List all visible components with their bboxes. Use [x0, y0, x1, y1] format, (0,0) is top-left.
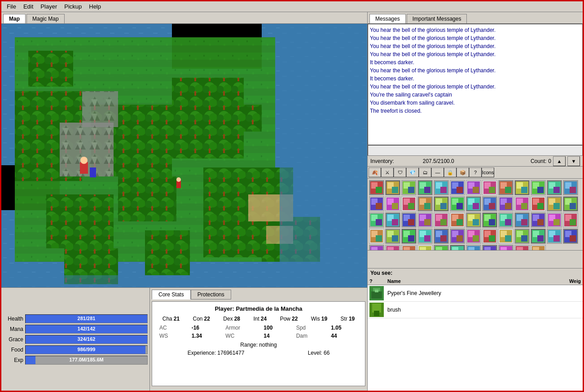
inventory-item[interactable] — [385, 212, 400, 228]
inventory-item[interactable] — [450, 196, 465, 211]
inventory-item[interactable] — [417, 245, 433, 251]
inventory-item[interactable] — [563, 180, 578, 195]
inv-scroll-up[interactable]: ▲ — [553, 156, 566, 166]
inventory-item[interactable] — [498, 245, 514, 251]
inventory-item[interactable] — [466, 245, 481, 251]
exp-value: 177.0M/185.6M — [26, 357, 147, 362]
inv-icons-button[interactable]: Icons — [482, 167, 494, 177]
message-line: You disembark from sailing caravel. — [370, 99, 580, 107]
inventory-item[interactable] — [417, 196, 433, 211]
inv-filter-gem[interactable]: 💎 — [406, 167, 419, 177]
inventory-item[interactable] — [401, 212, 417, 228]
tab-important-messages[interactable]: Important Messages — [407, 14, 467, 23]
inventory-item[interactable] — [498, 212, 514, 228]
game-map[interactable] — [1, 24, 367, 287]
inventory-item[interactable] — [450, 229, 465, 244]
tab-messages[interactable]: Messages — [369, 14, 406, 23]
inv-filter-weapon[interactable]: ⚔ — [381, 167, 394, 177]
inventory-item[interactable] — [369, 229, 384, 244]
inventory-item[interactable] — [466, 196, 481, 211]
inventory-item[interactable] — [466, 229, 481, 244]
inv-filter-box[interactable]: 📦 — [457, 167, 469, 177]
message-input[interactable] — [368, 145, 583, 156]
you-see-table[interactable]: Pyper's Fine Jewellerybrush — [368, 285, 583, 391]
inventory-item[interactable] — [531, 180, 546, 195]
inventory-item[interactable] — [434, 212, 449, 228]
inventory-item[interactable] — [401, 196, 417, 211]
inventory-item[interactable] — [498, 229, 514, 244]
inventory-item[interactable] — [401, 229, 417, 244]
tab-protections[interactable]: Protections — [191, 290, 231, 300]
inventory-item[interactable] — [498, 196, 514, 211]
inventory-item[interactable] — [482, 180, 497, 195]
inventory-item[interactable] — [450, 245, 465, 251]
inventory-item[interactable] — [547, 180, 562, 195]
inventory-item[interactable] — [482, 229, 497, 244]
inventory-item[interactable] — [434, 196, 449, 211]
svg-rect-37 — [280, 24, 367, 287]
inv-filter-all[interactable]: 🍂 — [369, 167, 381, 177]
tab-core-stats[interactable]: Core Stats — [152, 290, 191, 300]
inv-filter-armor[interactable]: 🛡 — [394, 167, 406, 177]
inventory-item[interactable] — [385, 229, 400, 244]
inventory-item[interactable] — [385, 245, 400, 251]
inventory-item[interactable] — [434, 180, 449, 195]
inventory-item[interactable] — [514, 245, 530, 251]
inv-filter-container[interactable]: 🗂 — [419, 167, 431, 177]
inventory-item[interactable] — [514, 212, 530, 228]
inventory-item[interactable] — [514, 229, 530, 244]
inventory-item[interactable] — [369, 196, 384, 211]
you-see-item[interactable]: brush — [368, 302, 583, 318]
inventory-item[interactable] — [417, 229, 433, 244]
inventory-item[interactable] — [369, 180, 384, 195]
inventory-item[interactable] — [547, 196, 562, 211]
inventory-item[interactable] — [514, 196, 530, 211]
messages-content[interactable]: You hear the bell of the glorious temple… — [368, 24, 583, 145]
inventory-item[interactable] — [531, 212, 546, 228]
inventory-item[interactable] — [514, 180, 530, 195]
inventory-item[interactable] — [531, 245, 546, 251]
inv-scroll-down[interactable]: ▼ — [567, 156, 580, 166]
inventory-item[interactable] — [531, 229, 546, 244]
tab-magic-map[interactable]: Magic Map — [26, 14, 65, 23]
inventory-item[interactable] — [563, 212, 578, 228]
inv-filter-food[interactable]: — — [431, 167, 444, 177]
inventory-item[interactable] — [482, 245, 497, 251]
inventory-item[interactable] — [417, 180, 433, 195]
inventory-item[interactable] — [450, 212, 465, 228]
inventory-item[interactable] — [417, 212, 433, 228]
inv-filter-lock[interactable]: 🔒 — [444, 167, 457, 177]
inventory-item[interactable] — [450, 180, 465, 195]
inventory-item[interactable] — [498, 180, 514, 195]
inventory-item[interactable] — [466, 180, 481, 195]
inventory-item[interactable] — [547, 229, 562, 244]
exp-bar-container: 177.0M/185.6M — [25, 356, 148, 365]
inventory-item[interactable] — [385, 196, 400, 211]
inventory-item[interactable] — [434, 229, 449, 244]
inventory-item[interactable] — [563, 196, 578, 211]
inventory-item[interactable] — [466, 212, 481, 228]
inventory-item[interactable] — [531, 196, 546, 211]
inventory-item[interactable] — [401, 245, 417, 251]
message-line: You hear the bell of the glorious temple… — [370, 34, 580, 42]
menu-file[interactable]: File — [3, 2, 20, 11]
inventory-item[interactable] — [482, 196, 497, 211]
inventory-item[interactable] — [369, 212, 384, 228]
ac-label: AC — [159, 325, 184, 331]
col-icon: ? — [369, 278, 387, 284]
svg-point-40 — [80, 157, 88, 164]
tab-map[interactable]: Map — [3, 14, 26, 23]
inventory-item[interactable] — [369, 245, 384, 251]
menu-edit[interactable]: Edit — [20, 2, 37, 11]
inventory-item[interactable] — [563, 229, 578, 244]
inventory-item[interactable] — [547, 212, 562, 228]
menu-player[interactable]: Player — [37, 2, 61, 11]
menu-pickup[interactable]: Pickup — [61, 2, 85, 11]
inventory-item[interactable] — [401, 180, 417, 195]
you-see-item[interactable]: Pyper's Fine Jewellery — [368, 285, 583, 302]
menu-help[interactable]: Help — [85, 2, 105, 11]
inventory-item[interactable] — [434, 245, 449, 251]
inv-filter-unknown[interactable]: ? — [469, 167, 482, 177]
inventory-item[interactable] — [482, 212, 497, 228]
inventory-item[interactable] — [385, 180, 400, 195]
